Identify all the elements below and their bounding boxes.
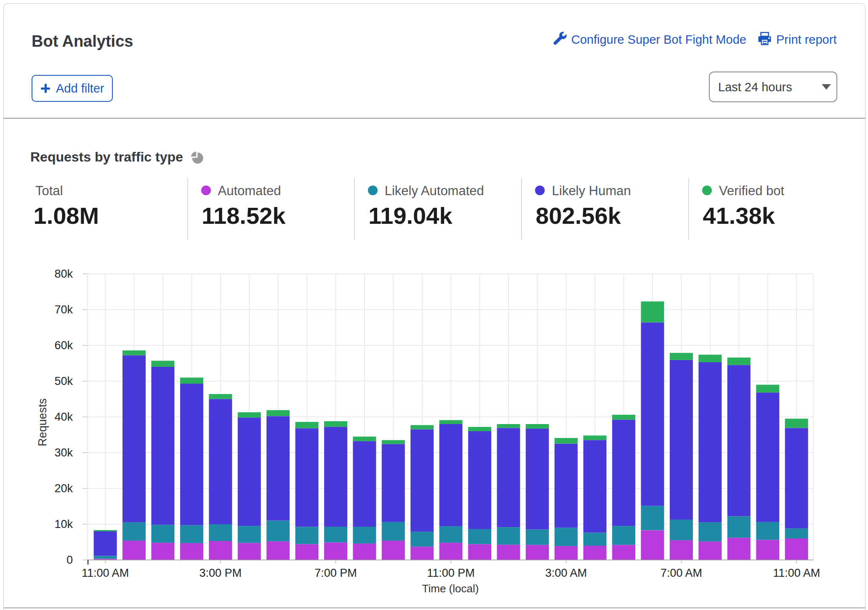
svg-text:10k: 10k — [54, 518, 73, 530]
svg-text:40k: 40k — [54, 411, 73, 423]
svg-text:3:00 PM: 3:00 PM — [200, 567, 242, 579]
svg-text:30k: 30k — [54, 446, 73, 459]
svg-text:0: 0 — [67, 554, 73, 566]
svg-text:50k: 50k — [54, 375, 73, 387]
svg-text:11:00 PM: 11:00 PM — [427, 567, 475, 579]
svg-text:3:00 AM: 3:00 AM — [545, 567, 587, 579]
svg-text:7:00 AM: 7:00 AM — [660, 567, 702, 579]
svg-text:Time (local): Time (local) — [422, 582, 479, 595]
svg-text:Requests: Requests — [36, 398, 49, 446]
svg-text:11:00 AM: 11:00 AM — [82, 567, 129, 579]
svg-text:80k: 80k — [54, 268, 73, 280]
svg-text:20k: 20k — [54, 482, 73, 495]
svg-text:11:00 AM: 11:00 AM — [773, 567, 820, 579]
svg-text:60k: 60k — [54, 339, 73, 352]
svg-text:70k: 70k — [54, 303, 73, 316]
svg-text:7:00 PM: 7:00 PM — [314, 567, 357, 579]
